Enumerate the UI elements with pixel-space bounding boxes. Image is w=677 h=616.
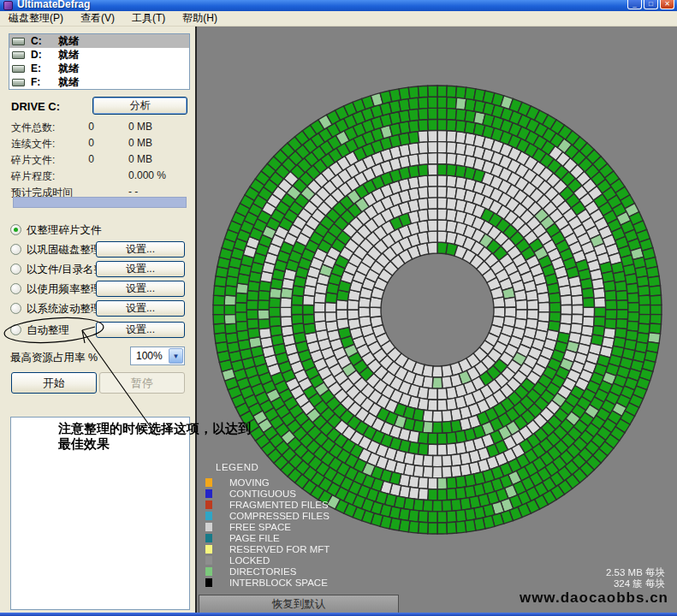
mft-swatch [205, 545, 212, 554]
drive-row-f[interactable]: F: 就绪 [9, 75, 189, 89]
option-label[interactable]: 以使用频率整理 [27, 282, 102, 297]
stat-size: - - [128, 186, 138, 198]
drive-name: D: [31, 49, 58, 61]
legend-label: CONTIGUOUS [229, 489, 296, 499]
progress-bar [13, 197, 187, 208]
chevron-down-icon[interactable]: ▼ [169, 348, 183, 364]
close-button[interactable]: ✕ [660, 0, 674, 9]
settings-button-consolidate[interactable]: 设置... [96, 241, 185, 258]
cluster-size-info: 324 簇 每块 [614, 578, 665, 590]
option-auto: 自动整理 设置... [0, 323, 197, 340]
legend-item-fragmented: FRAGMENTED FILES [205, 499, 330, 510]
legend-item-freespace: FREE SPACE [205, 521, 330, 532]
start-button[interactable]: 开始 [11, 372, 97, 394]
stat-count: 0 [47, 153, 94, 165]
stat-size: 0 MB [128, 121, 152, 133]
annotation-line2: 最佳效果 [58, 436, 315, 452]
drive-icon [12, 65, 25, 73]
drive-listbox: C: 就绪 D: 就绪 E: 就绪 F: 就绪 [9, 33, 190, 90]
legend-item-directories: DIRECTORIES [205, 566, 330, 577]
legend-label: FRAGMENTED FILES [229, 500, 329, 510]
menu-view[interactable]: 查看(V) [72, 10, 123, 27]
app-icon [3, 1, 13, 10]
drive-icon [12, 51, 25, 59]
window-title: UltimateDefrag [17, 0, 90, 10]
legend-title: LEGEND [216, 462, 330, 472]
directories-swatch [205, 567, 212, 576]
analyze-button[interactable]: 分析 [92, 97, 187, 115]
settings-button-volatility[interactable]: 设置... [96, 300, 185, 317]
drive-name: F: [31, 76, 58, 88]
legend-item-pagefile: PAGE FILE [205, 532, 330, 543]
drive-c-label: DRIVE C: [11, 100, 60, 113]
disk-map-panel: LEGEND MOVING CONTIGUOUS FRAGMENTED FILE… [197, 27, 677, 616]
legend-item-locked: LOCKED [205, 554, 330, 566]
legend-label: MOVING [229, 477, 270, 488]
drive-row-e[interactable]: E: 就绪 [9, 62, 189, 75]
menu-tools[interactable]: 工具(T) [123, 10, 174, 27]
stat-fragmentation-level: 碎片程度: 0.000 % [0, 169, 197, 183]
option-label[interactable]: 自动整理 [27, 323, 69, 338]
legend-item-moving: MOVING [205, 477, 330, 488]
option-label[interactable]: 以系统波动整理 [27, 302, 102, 317]
drive-row-d[interactable]: D: 就绪 [9, 48, 189, 62]
restore-default-button[interactable]: 恢复到默认 [199, 595, 399, 613]
legend-label: FREE SPACE [229, 522, 291, 532]
annotation-line1: 注意整理的时候选择这项，以达到 [58, 421, 315, 436]
control-panel: C: 就绪 D: 就绪 E: 就绪 F: 就绪 DRIVE C: 分析 文件总数… [0, 27, 197, 616]
menu-help[interactable]: 帮助(H) [174, 10, 226, 27]
legend-item-contiguous: CONTIGUOUS [205, 488, 330, 499]
pagefile-swatch [205, 534, 212, 542]
radio-volatility[interactable] [10, 303, 21, 314]
drive-status: 就绪 [58, 34, 79, 49]
stat-count: 0 [47, 137, 94, 149]
drive-status: 就绪 [58, 75, 79, 90]
settings-button-auto[interactable]: 设置... [96, 322, 185, 338]
legend-label: LOCKED [229, 555, 270, 566]
drive-row-c[interactable]: C: 就绪 [9, 34, 189, 48]
drive-name: C: [31, 35, 58, 47]
stat-total-files: 文件总数: 0 0 MB [0, 121, 197, 134]
menu-defrag[interactable]: 磁盘整理(P) [0, 10, 72, 27]
resource-usage-dropdown[interactable]: 100% ▼ [130, 346, 185, 365]
option-defrag-only: 仅整理碎片文件 [0, 222, 197, 240]
drive-status: 就绪 [58, 48, 79, 62]
option-frequency: 以使用频率整理 设置... [0, 281, 197, 299]
legend-label: DIRECTORIES [229, 566, 296, 577]
minimize-button[interactable]: _ [627, 0, 642, 9]
stat-size: 0 MB [128, 137, 152, 149]
drive-icon [12, 38, 25, 45]
radio-frequency[interactable] [10, 283, 21, 294]
stat-contiguous-files: 连续文件: 0 0 MB [0, 137, 197, 151]
radio-auto[interactable] [10, 324, 21, 335]
radio-consolidate[interactable] [10, 244, 21, 255]
radio-filename[interactable] [10, 264, 21, 275]
watermark: www.daocaobbs.cn [520, 589, 668, 607]
radio-defrag-only[interactable] [10, 224, 21, 235]
interblock-swatch [205, 578, 212, 587]
freespace-swatch [205, 523, 212, 531]
pause-button[interactable]: 暂停 [99, 372, 185, 394]
contiguous-swatch [205, 489, 212, 498]
dropdown-value: 100% [131, 350, 169, 362]
stat-count: 0 [47, 121, 94, 133]
drive-status: 就绪 [58, 62, 79, 76]
compressed-swatch [205, 512, 212, 520]
drive-name: E: [31, 62, 58, 74]
legend-label: PAGE FILE [229, 533, 280, 543]
moving-swatch [205, 478, 212, 487]
stat-label: 碎片程度: [11, 169, 55, 184]
option-consolidate: 以巩固磁盘整理 设置... [0, 242, 197, 259]
option-label[interactable]: 仅整理碎片文件 [27, 223, 102, 238]
maximize-button[interactable]: □ [644, 0, 658, 9]
menu-bar: 磁盘整理(P) 查看(V) 工具(T) 帮助(H) [0, 11, 677, 27]
stat-size: 0.000 % [128, 169, 166, 181]
drive-icon [12, 79, 25, 86]
legend-item-mft: RESERVED FOR MFT [205, 543, 330, 554]
settings-button-filename[interactable]: 设置... [96, 261, 185, 277]
option-label[interactable]: 以巩固磁盘整理 [27, 243, 102, 258]
stat-fragmented-files: 碎片文件: 0 0 MB [0, 153, 197, 167]
legend-label: COMPRESSED FILES [229, 511, 330, 521]
legend-item-interblock: INTERBLOCK SPACE [205, 577, 330, 588]
settings-button-frequency[interactable]: 设置... [96, 281, 185, 297]
